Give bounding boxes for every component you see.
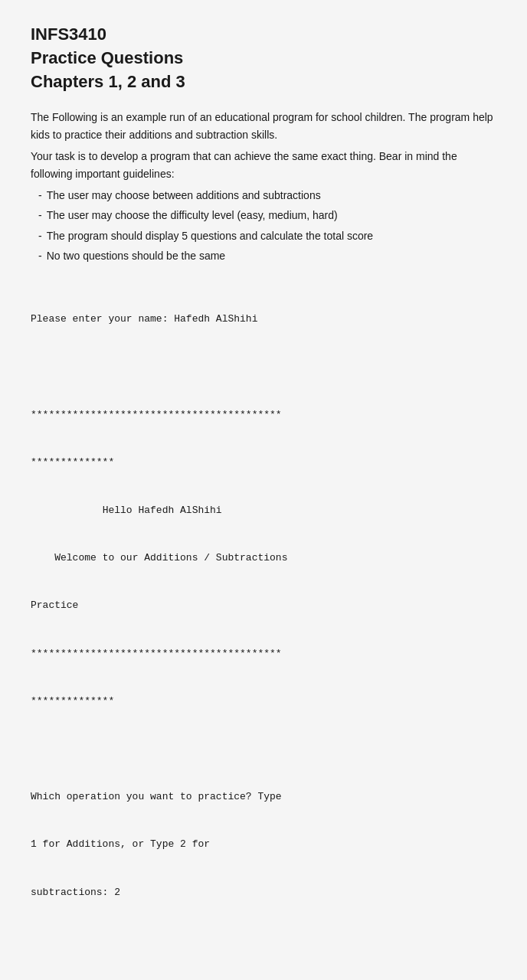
operation-q1: Which operation you want to practice? Ty… [31, 789, 496, 805]
dash-4: - [38, 247, 42, 264]
description-section: The Following is an example run of an ed… [31, 109, 496, 264]
stars-line-3: ****************************************… [31, 646, 496, 662]
title-section: INFS3410 Practice Questions Chapters 1, … [31, 23, 496, 93]
guidelines-list: - The user may choose between additions … [38, 187, 496, 265]
stars-line-4: ************** [31, 694, 496, 710]
guideline-1: - The user may choose between additions … [38, 187, 496, 204]
terminal-section: Please enter your name: Hafedh AlShihi *… [31, 280, 496, 980]
hello-line: Hello Hafedh AlShihi [31, 503, 496, 519]
intro-text: The Following is an example run of an ed… [31, 109, 496, 143]
task-text: Your task is to develop a program that c… [31, 148, 496, 182]
operation-q3: subtractions: 2 [31, 885, 496, 901]
title-line1: INFS3410 [31, 24, 106, 44]
page-container: INFS3410 Practice Questions Chapters 1, … [0, 0, 527, 980]
blank-spacer-0 [31, 360, 496, 376]
blank-spacer-2 [31, 933, 496, 949]
blank-spacer-1 [31, 742, 496, 758]
dash-2: - [38, 207, 42, 224]
operation-q2: 1 for Additions, or Type 2 for [31, 837, 496, 853]
prompt-name-line: Please enter your name: Hafedh AlShihi [31, 312, 496, 328]
guideline-3: - The program should display 5 questions… [38, 227, 496, 244]
guideline-2: - The user may choose the difficulty lev… [38, 207, 496, 224]
stars-line-1: ****************************************… [31, 407, 496, 423]
title-line2: Practice Questions [31, 48, 183, 67]
dash-3: - [38, 227, 42, 244]
guideline-1-text: The user may choose between additions an… [47, 187, 321, 204]
title-line3: Chapters 1, 2 and 3 [31, 72, 185, 91]
guideline-4: - No two questions should be the same [38, 247, 496, 264]
welcome-line-1: Welcome to our Additions / Subtractions [31, 550, 496, 567]
guideline-2-text: The user may choose the difficulty level… [47, 207, 338, 224]
stars-line-2: ************** [31, 455, 496, 471]
dash-1: - [38, 187, 42, 204]
guideline-3-text: The program should display 5 questions a… [47, 227, 373, 244]
guideline-4-text: No two questions should be the same [47, 247, 225, 264]
course-title: INFS3410 Practice Questions Chapters 1, … [31, 23, 496, 93]
welcome-line-2: Practice [31, 598, 496, 614]
